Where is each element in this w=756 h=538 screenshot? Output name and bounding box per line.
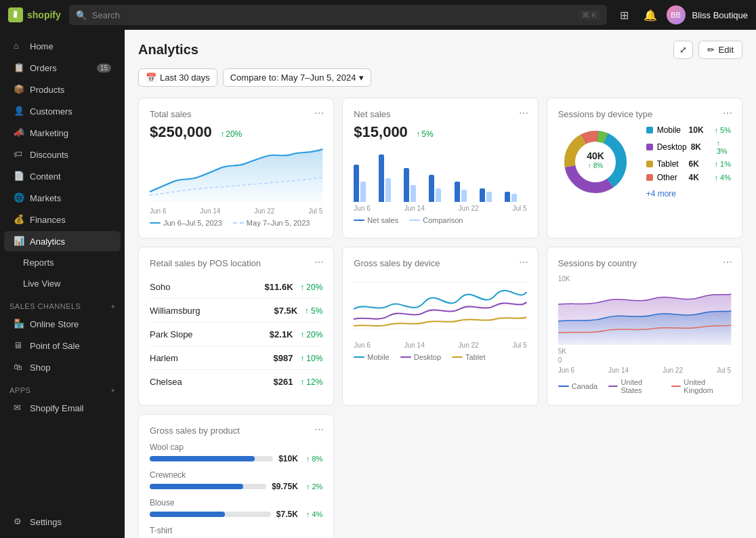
sales-channels-label: Sales channels [9,302,81,310]
gsd-legend: Mobile Desktop Tablet [354,353,526,361]
total-sales-x-labels: Jun 6 Jun 14 Jun 22 Jul 5 [150,207,322,215]
product-bar-fill-crewneck [150,484,243,489]
product-name-woolcap: Wool cap [150,442,322,452]
sidebar-label-home: Home [30,41,54,51]
sidebar-item-shop[interactable]: 🛍 Shop [4,357,121,377]
bar-secondary-5 [461,190,467,202]
sidebar-item-finances[interactable]: 💰 Finances [4,209,121,230]
sessions-device-title: Sessions by device type [558,109,731,119]
product-bar-bg-woolcap [150,456,273,461]
total-sales-legend: Jun 6–Jul 5, 2023 May 7–Jun 5, 2023 [150,219,322,227]
bar-primary-5 [455,182,460,202]
bar-group-7 [505,192,527,202]
sidebar-label-analytics: Analytics [30,236,65,247]
pos-location-parkslope: Park Slope [150,329,193,339]
pos-row-parkslope: Park Slope $2.1K ↑ 20% [150,323,322,346]
sales-channels-expand-icon[interactable]: + [111,303,115,310]
product-name-crewneck: Crewneck [150,470,322,480]
bar-group-1 [354,165,376,202]
net-sales-more-icon[interactable]: ⋯ [519,108,528,119]
net-sales-legend: Net sales Comparison [354,216,526,224]
product-value-blouse: $7.5K [276,510,298,519]
pos-value-parkslope: $2.1K [270,329,293,339]
sidebar-label-orders: Orders [30,63,57,73]
sidebar-item-point-of-sale[interactable]: 🖥 Point of Sale [4,335,121,356]
apps-section: Apps + [0,378,125,397]
donut-more[interactable]: +4 more [646,189,731,199]
total-sales-change: 20% [220,129,242,139]
pos-row-williamsburg: Williamsburg $7.5K ↑ 5% [150,299,322,323]
orders-icon: 📋 [14,62,24,73]
donut-item-other: Other 4K ↑ 4% [646,173,731,182]
sidebar-item-customers[interactable]: 👤 Customers [4,101,121,121]
expand-button[interactable]: ⤢ [673,41,693,59]
sidebar-item-reports[interactable]: Reports [4,253,121,272]
net-sales-value: $15,000 [354,123,408,140]
product-name-tshirt: T-shirt [150,526,322,535]
donut-area: 40K ↑ 8% Mobile 10K ↑ 5% Desktop [558,125,731,199]
product-bars: Wool cap $10K ↑ 8% Crewneck [150,442,322,538]
retail-sales-title: Retail sales by POS location [150,258,322,268]
sidebar-item-products[interactable]: 📦 Products [4,79,121,100]
gross-sales-product-more-icon[interactable]: ⋯ [314,424,324,435]
sidebar-label-products: Products [30,85,64,95]
edit-button[interactable]: ✏ Edit [698,41,742,59]
topbar: shopify 🔍 Search ⌘ K ⊞ 🔔 BB Bliss Boutiq… [0,0,756,30]
bell-icon[interactable]: 🔔 [641,5,660,24]
gross-sales-device-more-icon[interactable]: ⋯ [519,257,528,268]
search-bar[interactable]: 🔍 Search ⌘ K [69,5,607,25]
gsd-x-labels: Jun 6 Jun 14 Jun 22 Jul 5 [354,342,526,349]
donut-change: ↑ 8% [588,162,603,169]
sc-x-labels: Jun 6 Jun 14 Jun 22 Jul 5 [558,367,731,374]
monitor-icon[interactable]: ⊞ [615,5,634,24]
sidebar-item-orders[interactable]: 📋 Orders 15 [4,58,121,78]
chevron-down-icon: ▾ [359,73,364,83]
bar-primary-6 [480,188,485,202]
date-range-button[interactable]: 📅 Last 30 days [138,68,217,87]
compare-button[interactable]: Compare to: May 7–Jun 5, 2024 ▾ [223,68,372,87]
sidebar-label-reports: Reports [23,257,54,268]
filter-bar: 📅 Last 30 days Compare to: May 7–Jun 5, … [138,68,742,87]
sidebar-item-analytics[interactable]: 📊 Analytics [4,231,121,251]
bar-primary-1 [354,165,359,202]
sidebar-item-discounts[interactable]: 🏷 Discounts [4,144,121,165]
sidebar-item-marketing[interactable]: 📣 Marketing [4,123,121,143]
pos-row-harlem: Harlem $987 ↑ 10% [150,346,322,370]
sidebar-item-markets[interactable]: 🌐 Markets [4,188,121,208]
retail-sales-pos-card: Retail sales by POS location ⋯ Soho $11.… [138,247,334,406]
ns-label-jun22: Jun 22 [459,205,479,212]
total-sales-card: Total sales $250,000 20% ⋯ [138,98,334,239]
compare-label: Compare to: May 7–Jun 5, 2024 [230,73,356,83]
gross-sales-product-title: Gross sales by product [150,426,322,436]
sidebar-item-live-view[interactable]: Live View [4,274,121,293]
avatar[interactable]: BB [667,5,686,24]
sidebar-item-content[interactable]: 📄 Content [4,166,121,186]
retail-sales-more-icon[interactable]: ⋯ [314,257,324,268]
bar-secondary-3 [411,185,416,202]
sidebar-label-live-view: Live View [23,278,60,289]
shopify-text: shopify [27,9,61,20]
product-bar-bg-crewneck [150,484,266,489]
sidebar-label-markets: Markets [30,193,61,203]
tablet-dot [646,161,653,167]
bar-group-4 [429,175,451,202]
sessions-device-more-icon[interactable]: ⋯ [723,108,732,119]
ns-label-jun6: Jun 6 [354,205,370,212]
bar-secondary-2 [385,178,391,202]
pos-value-williamsburg: $7.5K [274,306,297,316]
pos-location-harlem: Harlem [150,353,178,363]
products-icon: 📦 [14,84,24,95]
product-row-woolcap: Wool cap $10K ↑ 8% [150,442,322,463]
sidebar-item-settings[interactable]: ⚙ Settings [4,512,121,532]
sessions-country-more-icon[interactable]: ⋯ [723,257,732,268]
apps-expand-icon[interactable]: + [111,387,115,394]
cards-row-2: Retail sales by POS location ⋯ Soho $11.… [138,247,742,406]
product-row-blouse: Blouse $7.5K ↑ 4% [150,498,322,519]
sidebar-item-online-store[interactable]: 🏪 Online Store [4,314,121,334]
pos-change-chelsea: ↑ 12% [300,377,322,387]
total-sales-more-icon[interactable]: ⋯ [314,108,324,119]
sidebar-item-home[interactable]: ⌂ Home [4,36,121,56]
donut-legend: Mobile 10K ↑ 5% Desktop 8K ↑ 3% Ta [646,125,731,199]
mobile-label: Mobile [657,125,681,135]
sidebar-item-shopify-email[interactable]: ✉ Shopify Email [4,398,121,418]
